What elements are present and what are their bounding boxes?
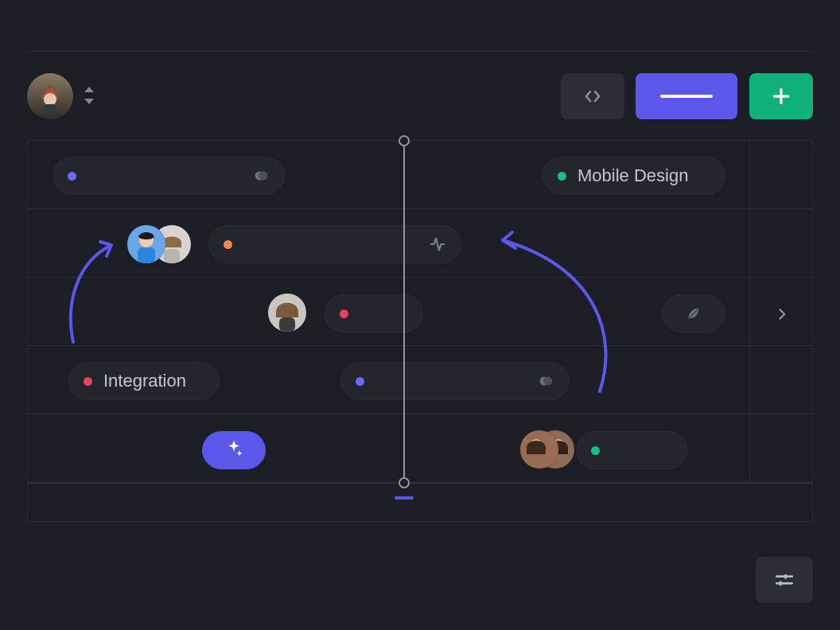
task-pill[interactable] [208, 225, 461, 263]
overlap-circles-icon [537, 372, 554, 390]
status-dot [558, 172, 566, 181]
playhead-marker [395, 496, 414, 500]
task-label: Mobile Design [578, 165, 688, 186]
status-dot [340, 309, 348, 318]
sparkle-icon [223, 438, 245, 463]
sparkle-pill[interactable] [202, 431, 266, 469]
avatar [520, 430, 558, 469]
activity-icon [429, 235, 446, 253]
grid-right-divider [749, 141, 750, 482]
dash-icon [660, 95, 713, 98]
sliders-icon [774, 570, 795, 590]
playhead-line [403, 143, 405, 477]
primary-action-button[interactable] [636, 73, 737, 119]
chevron-down-icon [84, 99, 94, 104]
assignees-stack[interactable] [520, 430, 570, 469]
chevron-right-icon [774, 306, 790, 322]
avatar[interactable] [268, 294, 306, 332]
collapse-expand-button[interactable] [561, 73, 624, 119]
plus-icon [771, 86, 791, 107]
task-pill[interactable]: Integration [68, 362, 220, 400]
left-right-icon [583, 87, 602, 106]
status-dot [224, 240, 232, 249]
task-label: Integration [103, 371, 186, 391]
playhead-handle-bottom[interactable] [399, 477, 410, 488]
assignees-stack[interactable] [127, 225, 194, 263]
avatar [127, 225, 165, 263]
task-pill[interactable]: Mobile Design [542, 157, 725, 195]
task-pill-icon[interactable] [662, 294, 725, 332]
status-dot [356, 377, 364, 386]
svg-rect-20 [784, 574, 787, 579]
playhead-handle-top[interactable] [399, 135, 410, 146]
scroll-right-button[interactable] [774, 306, 790, 325]
add-button[interactable] [749, 73, 813, 119]
timeline-row [28, 414, 812, 483]
svg-point-1 [44, 93, 56, 106]
chevron-up-icon [84, 87, 94, 92]
status-dot [84, 377, 92, 386]
task-pill[interactable] [325, 294, 423, 332]
task-pill[interactable] [52, 157, 285, 195]
leaf-icon [685, 305, 702, 322]
avatar-image [27, 73, 73, 119]
task-pill[interactable] [340, 362, 570, 400]
svg-rect-7 [138, 247, 155, 263]
top-divider [27, 51, 813, 52]
current-user-avatar[interactable] [27, 73, 73, 119]
svg-rect-13 [279, 317, 295, 332]
status-dot [591, 446, 600, 455]
settings-button[interactable] [756, 557, 813, 603]
svg-rect-21 [780, 581, 782, 585]
svg-point-15 [543, 377, 552, 386]
timeline-footer-row [28, 483, 812, 521]
avatar-stepper[interactable] [80, 80, 99, 111]
svg-point-4 [259, 172, 267, 181]
task-pill[interactable] [576, 431, 687, 469]
svg-rect-2 [45, 104, 56, 115]
svg-rect-10 [164, 249, 180, 263]
status-dot [68, 172, 76, 181]
timeline-playhead[interactable] [402, 134, 406, 487]
overlap-circles-icon [252, 167, 270, 185]
